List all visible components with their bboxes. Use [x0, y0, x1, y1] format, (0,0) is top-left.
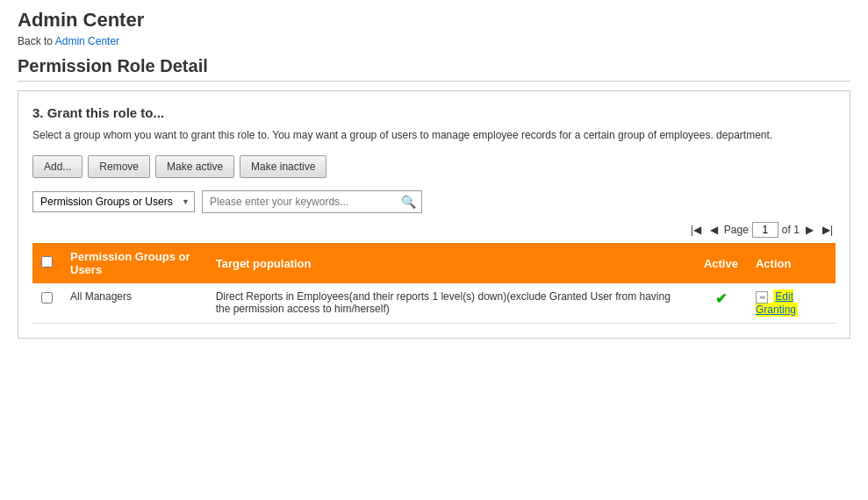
table-header-row: Permission Groups or Users Target popula… [32, 243, 836, 283]
grant-heading: 3. Grant this role to... [32, 105, 836, 120]
search-button[interactable]: 🔍 [396, 191, 421, 212]
grant-description: Select a group whom you want to grant th… [32, 127, 836, 143]
back-text: Back to [18, 35, 53, 47]
page-input[interactable] [752, 222, 778, 238]
make-inactive-button[interactable]: Make inactive [240, 155, 326, 178]
action-button-row: Add... Remove Make active Make inactive [32, 155, 836, 178]
row-action-cell: ✏ Edit Granting [747, 283, 836, 323]
filter-select-wrapper: Permission Groups or Users [32, 191, 195, 212]
back-link-row: Back to Admin Center [18, 35, 850, 47]
row-target-population: Direct Reports in Employees(and their re… [207, 283, 695, 323]
add-button[interactable]: Add... [32, 155, 82, 178]
row-checkbox[interactable] [41, 292, 53, 304]
column-header-active: Active [695, 243, 747, 283]
permission-role-card: 3. Grant this role to... Select a group … [18, 90, 850, 339]
next-page-button[interactable]: ▶ [803, 223, 816, 237]
page-label: Page [724, 224, 749, 236]
make-active-button[interactable]: Make active [155, 155, 234, 178]
permissions-table: Permission Groups or Users Target popula… [32, 243, 836, 324]
search-input[interactable] [203, 192, 396, 211]
row-permission-group: All Managers [61, 283, 207, 323]
select-all-checkbox[interactable] [41, 256, 53, 268]
filter-row: Permission Groups or Users 🔍 [32, 190, 836, 213]
active-checkmark: ✔ [715, 291, 727, 306]
page-title: Admin Center [18, 9, 850, 32]
column-header-target-population: Target population [207, 243, 695, 283]
section-title: Permission Role Detail [18, 56, 850, 82]
column-header-permission-groups: Permission Groups or Users [61, 243, 207, 283]
admin-center-link[interactable]: Admin Center [55, 35, 119, 47]
last-page-button[interactable]: ▶| [820, 223, 836, 237]
first-page-button[interactable]: |◀ [688, 223, 704, 237]
edit-icon: ✏ [756, 291, 768, 304]
row-active-status: ✔ [695, 283, 747, 323]
remove-button[interactable]: Remove [88, 155, 150, 178]
row-checkbox-cell [32, 283, 61, 323]
prev-page-button[interactable]: ◀ [707, 223, 721, 237]
column-header-action: Action [747, 243, 836, 283]
column-header-checkbox [32, 243, 61, 283]
filter-dropdown[interactable]: Permission Groups or Users [32, 191, 195, 212]
page-of-label: of 1 [782, 224, 800, 236]
table-row: All Managers Direct Reports in Employees… [32, 283, 836, 323]
search-wrapper: 🔍 [202, 190, 422, 213]
pagination-row: |◀ ◀ Page of 1 ▶ ▶| [32, 222, 836, 238]
